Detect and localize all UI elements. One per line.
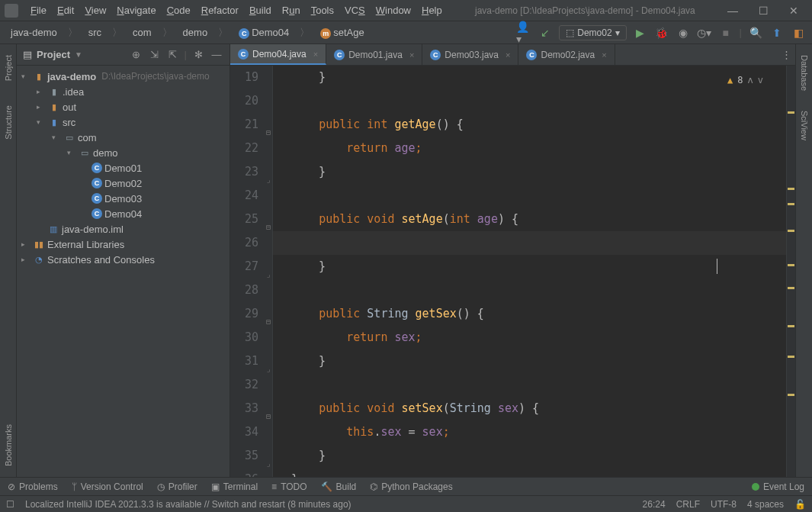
menu-build[interactable]: Build — [245, 2, 276, 18]
menu-view[interactable]: View — [80, 2, 111, 18]
tab-demo01[interactable]: CDemo01.java× — [326, 44, 422, 65]
menu-edit[interactable]: Edit — [53, 2, 79, 18]
chevron-right-icon: 〉 — [108, 24, 127, 41]
python-icon: ⌬ — [370, 481, 377, 492]
ide-scripting-icon[interactable]: ◧ — [791, 25, 806, 40]
close-icon[interactable]: × — [313, 50, 318, 59]
select-opened-icon[interactable]: ⊕ — [130, 49, 143, 60]
right-tool-stripe: Database SciView — [795, 44, 812, 477]
tree-src[interactable]: ▾▮src — [17, 114, 229, 130]
tool-database[interactable]: Database — [800, 50, 809, 95]
search-icon[interactable]: 🔍 — [748, 25, 763, 40]
tree-idea[interactable]: ▸▮.idea — [17, 84, 229, 99]
tool-vcs[interactable]: ᛘVersion Control — [72, 481, 143, 492]
settings-icon[interactable]: ✻ — [191, 49, 205, 60]
tab-demo02[interactable]: CDemo02.java× — [518, 44, 615, 65]
tree-root[interactable]: ▾▮java-demoD:\IdeaProjects\java-demo — [17, 69, 229, 84]
tree-iml[interactable]: ▥java-demo.iml — [17, 221, 229, 237]
breadcrumb-com[interactable]: com — [128, 25, 156, 40]
error-stripe[interactable] — [786, 66, 795, 477]
line-gutter[interactable]: ⊟⌟⊟⌟⊟⌟⊟⌟⌟ 192021222324252627282930313233… — [230, 66, 273, 477]
menu-code[interactable]: Code — [162, 2, 195, 18]
menu-tools[interactable]: Tools — [307, 2, 339, 18]
maximize-button[interactable]: ☐ — [754, 5, 772, 17]
project-tree[interactable]: ▾▮java-demoD:\IdeaProjects\java-demo ▸▮.… — [17, 66, 229, 270]
next-highlight-icon[interactable]: v — [758, 69, 763, 92]
tree-demo01[interactable]: CDemo01 — [17, 160, 229, 175]
prev-highlight-icon[interactable]: ʌ — [748, 69, 753, 92]
minimize-button[interactable]: — — [724, 5, 742, 17]
breadcrumb-class[interactable]: CDemo04 — [234, 25, 294, 40]
stop-icon[interactable]: ■ — [718, 25, 733, 40]
class-icon: C — [91, 178, 102, 188]
profile-icon[interactable]: ◷▾ — [697, 25, 712, 40]
code-editor[interactable]: ⊟⌟⊟⌟⊟⌟⊟⌟⌟ 192021222324252627282930313233… — [230, 66, 795, 477]
tool-bookmarks[interactable]: Bookmarks — [4, 420, 13, 471]
status-widget-icon[interactable]: ☐ — [6, 499, 14, 510]
menu-run[interactable]: Run — [278, 2, 305, 18]
close-icon[interactable]: × — [505, 50, 510, 60]
debug-icon[interactable]: 🐞 — [654, 25, 669, 40]
tree-demo04[interactable]: CDemo04 — [17, 206, 229, 221]
code-content[interactable]: ▲ 8 ʌ v } public int getAge() { return a… — [273, 66, 786, 477]
add-config-icon[interactable]: 👤▾ — [516, 25, 531, 40]
breadcrumb-project[interactable]: java-demo — [6, 25, 62, 40]
chevron-down-icon[interactable]: ▼ — [75, 50, 82, 59]
tool-todo[interactable]: ≡TODO — [271, 481, 307, 492]
breadcrumb-src[interactable]: src — [84, 25, 106, 40]
close-button[interactable]: ✕ — [785, 5, 803, 17]
menu-refactor[interactable]: Refactor — [197, 2, 243, 18]
tree-demo03[interactable]: CDemo03 — [17, 191, 229, 206]
menu-help[interactable]: Help — [417, 2, 447, 18]
update-icon[interactable]: ⬆ — [769, 25, 785, 40]
indent-setting[interactable]: 4 spaces — [747, 499, 784, 510]
window-title: java-demo [D:\IdeaProjects\java-demo] - … — [447, 5, 724, 16]
class-icon: C — [91, 163, 102, 173]
close-icon[interactable]: × — [409, 50, 414, 60]
tree-demo[interactable]: ▾▭demo — [17, 145, 229, 160]
breadcrumb-demo[interactable]: demo — [178, 25, 213, 40]
module-icon: ▥ — [47, 224, 59, 234]
file-encoding[interactable]: UTF-8 — [711, 499, 737, 510]
hide-panel-icon[interactable]: — — [210, 49, 223, 60]
tree-demo02[interactable]: CDemo02 — [17, 175, 229, 191]
inspection-widget[interactable]: ▲ 8 ʌ v — [727, 69, 763, 92]
close-icon[interactable]: × — [602, 50, 606, 60]
tool-build[interactable]: 🔨Build — [321, 481, 357, 492]
tool-project[interactable]: Project — [4, 50, 13, 85]
branch-icon: ᛘ — [72, 481, 77, 492]
line-separator[interactable]: CRLF — [676, 499, 700, 510]
menu-navigate[interactable]: Navigate — [112, 2, 160, 18]
project-view-icon: ▤ — [23, 49, 32, 60]
tool-eventlog[interactable]: Event Log — [752, 481, 804, 492]
collapse-all-icon[interactable]: ⇱ — [166, 49, 180, 60]
tool-structure[interactable]: Structure — [4, 101, 13, 144]
build-icon[interactable]: ↙ — [538, 25, 553, 40]
coverage-icon[interactable]: ◉ — [676, 25, 691, 40]
tool-problems[interactable]: ⊘Problems — [8, 481, 58, 492]
expand-all-icon[interactable]: ⇲ — [148, 49, 162, 60]
warning-icon: ▲ — [727, 69, 733, 92]
menu-file[interactable]: File — [26, 2, 51, 18]
project-panel-title[interactable]: Project — [37, 49, 70, 60]
caret-position[interactable]: 26:24 — [643, 499, 666, 510]
tree-scratches[interactable]: ▸◔Scratches and Consoles — [17, 252, 229, 267]
run-icon[interactable]: ▶ — [633, 25, 648, 40]
run-config-selector[interactable]: ⬚ Demo02 ▾ — [559, 25, 626, 40]
tree-com[interactable]: ▾▭com — [17, 130, 229, 145]
breadcrumb-method[interactable]: msetAge — [316, 25, 368, 40]
tab-demo04[interactable]: CDemo04.java× — [230, 44, 326, 65]
status-message[interactable]: Localized IntelliJ IDEA 2021.3.3 is avai… — [25, 499, 351, 510]
tool-sciview[interactable]: SciView — [800, 106, 809, 145]
tab-demo03[interactable]: CDemo03.java× — [422, 44, 518, 65]
readonly-lock-icon[interactable]: 🔓 — [794, 499, 806, 510]
tool-terminal[interactable]: ▣Terminal — [211, 481, 258, 492]
event-indicator-icon — [752, 483, 759, 491]
menu-window[interactable]: Window — [371, 2, 416, 18]
tool-profiler[interactable]: ◷Profiler — [157, 481, 197, 492]
menu-vcs[interactable]: VCS — [340, 2, 370, 18]
tabs-menu-icon[interactable]: ⋮ — [777, 44, 795, 65]
tree-external-libs[interactable]: ▸▮▮External Libraries — [17, 237, 229, 252]
tree-out[interactable]: ▸▮out — [17, 99, 229, 114]
tool-python-packages[interactable]: ⌬Python Packages — [370, 481, 452, 492]
